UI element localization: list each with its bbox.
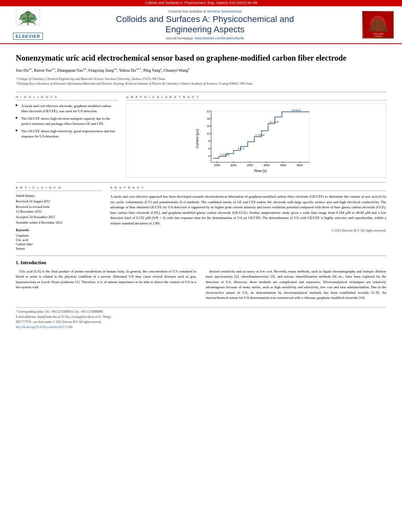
keyword-1: Graphene <box>16 234 102 237</box>
article-info-heading: A R T I C L E I N F O <box>16 186 102 191</box>
corresponding-author-note: * Corresponding author. Tel.: +86 512 65… <box>16 310 386 313</box>
svg-text:12: 12 <box>207 132 210 135</box>
divider-2 <box>16 182 386 183</box>
right-logo-section: COLLOIDS SURFACES <box>360 11 396 39</box>
graphical-abstract-chart: Current (μA) Time (s) 21 18 15 12 9 6 <box>126 104 386 178</box>
accepted-date: Accepted 24 November 2012 <box>16 215 102 220</box>
svg-text:0.194μM: 0.194μM <box>220 154 229 156</box>
intro-right-col: desired sensitivity and accuracy at low … <box>206 269 387 303</box>
doi-link[interactable]: http://dx.doi.org/10.1016/j.colsurfa.201… <box>16 325 72 329</box>
svg-text:Current (μA): Current (μA) <box>195 129 199 148</box>
journal-citation-text: Colloids and Surfaces A: Physicochem. En… <box>145 1 257 5</box>
intro-left-col: Uric acid (UA) is the final product of p… <box>16 269 196 303</box>
divider-3 <box>16 256 386 256</box>
svg-text:21: 21 <box>207 110 210 113</box>
intro-section-heading: Introduction <box>20 260 46 265</box>
affiliation-a: ᵃ College of Chemistry, Chemical Enginee… <box>16 77 386 82</box>
journal-header: ELSEVIER Contents lists available at Sci… <box>0 6 402 44</box>
available-date: Available online 4 December 2012 <box>16 221 102 225</box>
keyword-3: Carbon fiber <box>16 242 102 246</box>
intro-section-title: 1. Introduction <box>16 260 386 266</box>
svg-text:18: 18 <box>207 117 210 120</box>
highlights-graphical-section: H I G H L I G H T S A facile and cost ef… <box>16 95 386 178</box>
svg-point-6 <box>26 17 36 23</box>
svg-text:3: 3 <box>208 155 210 158</box>
intro-paragraph-2: desired sensitivity and accuracy at low … <box>206 269 387 301</box>
svg-text:5.0e-8: 5.0e-8 <box>238 147 245 150</box>
svg-text:15: 15 <box>207 125 210 128</box>
keyword-4: Sensor <box>16 247 102 250</box>
issn-note: 0927-7757/$ – see front matter © 2012 El… <box>16 320 386 324</box>
svg-text:2500: 2500 <box>247 164 253 167</box>
history-label: Article history: <box>16 194 102 198</box>
journal-title-section: Contents lists available at SciVerse Sci… <box>54 9 356 40</box>
graphical-abstract-section: G R A P H I C A L A B S T R A C T Curren… <box>126 95 386 178</box>
abstract-text: A facile and cost effective approach has… <box>110 194 386 226</box>
elsevier-text: ELSEVIER <box>13 33 43 40</box>
abstract-column: A B S T R A C T A facile and cost effect… <box>110 186 386 250</box>
keywords-section: Keywords: Graphene Uric acid Carbon fibe… <box>16 228 102 250</box>
svg-text:2000: 2000 <box>230 164 237 167</box>
keyword-2: Uric acid <box>16 238 102 242</box>
footer-section: * Corresponding author. Tel.: +86 512 65… <box>16 307 386 329</box>
highlights-section: H I G H L I G H T S A facile and cost ef… <box>16 95 118 178</box>
graphical-abstract-heading: G R A P H I C A L A B S T R A C T <box>126 95 386 100</box>
intro-section-number: 1. <box>16 260 19 265</box>
introduction-section: 1. Introduction Uric acid (UA) is the fi… <box>16 260 386 303</box>
main-content: Nonenzymatic uric acid electrochemical s… <box>0 44 402 334</box>
article-title: Nonenzymatic uric acid electrochemical s… <box>16 53 386 63</box>
affiliations: ᵃ College of Chemistry, Chemical Enginee… <box>16 77 386 86</box>
received-date: Received 24 August 2012 <box>16 199 102 204</box>
journal-citation-bar: Colloids and Surfaces A: Physicochem. En… <box>0 0 402 6</box>
svg-text:9: 9 <box>208 140 210 143</box>
authors-line: Jiao Dua,b, Ruirui Yuea,b, Zhangquan Yao… <box>16 67 386 74</box>
abstract-heading: A B S T R A C T <box>110 186 386 191</box>
journal-cover-image: COLLOIDS SURFACES <box>362 11 394 39</box>
homepage-line: journal homepage: www.elsevier.com/locat… <box>54 36 356 40</box>
affiliation-b: ᵇ Xinjiang Key Laboratory of Electronic … <box>16 82 386 86</box>
svg-text:4000: 4000 <box>296 164 303 167</box>
divider-1 <box>16 92 386 92</box>
highlights-heading: H I G H L I G H T S <box>16 95 118 100</box>
sciverse-link[interactable]: SciVerse ScienceDirect <box>207 9 242 13</box>
elsevier-logo-section: ELSEVIER <box>6 9 50 40</box>
highlight-item-2: The GE/CFE shows high electron transport… <box>16 116 118 126</box>
svg-text:COLLOIDS: COLLOIDS <box>373 33 383 35</box>
svg-text:Time (s): Time (s) <box>254 169 267 173</box>
keywords-label: Keywords: <box>16 228 102 232</box>
copyright-line: © 2012 Elsevier B.V. All rights reserved… <box>110 228 386 232</box>
svg-text:49.68μM: 49.68μM <box>291 109 300 111</box>
intro-two-col: Uric acid (UA) is the final product of p… <box>16 269 386 303</box>
svg-text:3000: 3000 <box>263 164 270 167</box>
intro-paragraph-1: Uric acid (UA) is the final product of p… <box>16 269 196 290</box>
chart-svg: Current (μA) Time (s) 21 18 15 12 9 6 <box>195 107 317 174</box>
svg-text:1500: 1500 <box>214 164 220 167</box>
svg-text:6: 6 <box>208 147 210 150</box>
email-note: E-mail addresses: duyk@suda.edu.cn (Y. D… <box>16 315 386 319</box>
svg-text:SURFACES: SURFACES <box>374 35 383 37</box>
cover-art-icon: COLLOIDS SURFACES <box>363 12 393 37</box>
svg-text:3500: 3500 <box>280 164 286 167</box>
highlight-item-3: The GE/CFE shows high selectivity, good … <box>16 129 118 139</box>
highlights-list: A facile and cost effective electrode, g… <box>16 104 118 139</box>
svg-text:33.47μM: 33.47μM <box>269 121 278 123</box>
svg-text:17.56μM: 17.56μM <box>255 134 264 136</box>
journal-full-title: Colloids and Surfaces A: Physicochemical… <box>54 14 356 35</box>
received-revised-date: Received in revised form15 November 2012 <box>16 205 102 214</box>
elsevier-tree-icon <box>12 9 44 31</box>
sciverse-line: Contents lists available at SciVerse Sci… <box>54 9 356 13</box>
homepage-link[interactable]: www.elsevier.com/locate/colsurfa <box>195 36 244 40</box>
article-info-abstract-section: A R T I C L E I N F O Article history: R… <box>16 186 386 250</box>
article-info-column: A R T I C L E I N F O Article history: R… <box>16 186 102 250</box>
highlight-item-1: A facile and cost effective electrode, g… <box>16 104 118 113</box>
doi-note: http://dx.doi.org/10.1016/j.colsurfa.201… <box>16 325 386 329</box>
